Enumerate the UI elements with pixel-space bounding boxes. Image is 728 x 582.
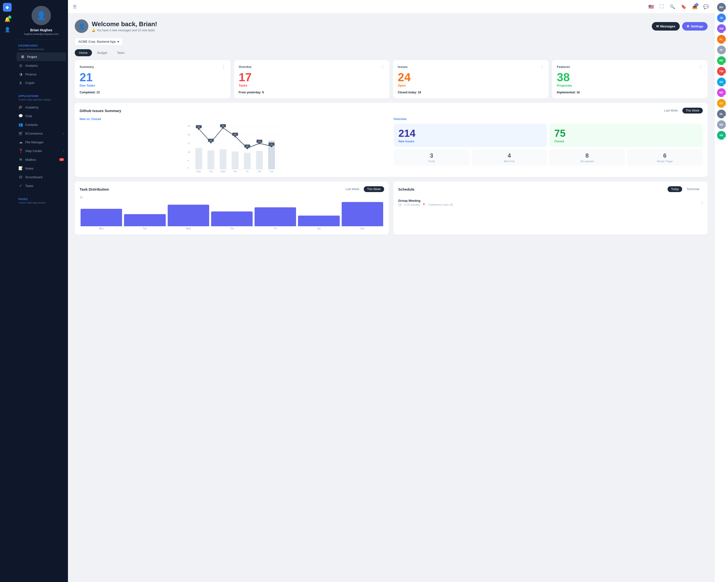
messages-button[interactable]: ✉ Messages (652, 22, 680, 31)
right-bar-avatar[interactable]: SG (717, 78, 726, 86)
mini-stat-reopened: 8 Re-opened (549, 149, 625, 166)
tab-team[interactable]: Team (112, 49, 129, 56)
task-last-week-button[interactable]: Last Week (342, 186, 363, 192)
card-header: Summary ⋮ (80, 64, 226, 69)
right-bar-avatar[interactable]: M (717, 46, 726, 54)
chat-icon: 💬 (19, 114, 23, 118)
schedule-card: Schedule Today Tomorrow Group Meeting 🕐 … (393, 182, 708, 235)
project-selector[interactable]: ACME Corp. Backend App ▾ (75, 38, 123, 45)
chat-icon[interactable]: 💬 (702, 3, 709, 10)
this-week-button[interactable]: This Week (682, 108, 703, 113)
sub-stat: Closed today: 19 (398, 91, 544, 94)
svg-text:27: 27 (188, 142, 190, 144)
github-title: Github Issues Summary (80, 109, 121, 113)
schedule-toggle: Today Tomorrow (668, 186, 703, 192)
bar (298, 216, 339, 226)
today-button[interactable]: Today (668, 186, 682, 192)
sidebar-item-academy[interactable]: 🎓 Academy (15, 103, 68, 112)
sidebar-item-helpcenter[interactable]: ❓ Help Center › (15, 146, 68, 155)
tab-home[interactable]: Home (75, 49, 92, 56)
svg-rect-17 (256, 151, 263, 169)
user-email: hughes.brian@company.com (24, 32, 58, 35)
line-bar-chart: 45 36 27 18 9 0 (80, 124, 389, 172)
bar (81, 209, 122, 226)
welcome-avatar: 👤 (75, 20, 88, 33)
sidebar-item-contacts[interactable]: 👥 Contacts (15, 120, 68, 129)
mailbox-icon: ✉ (19, 157, 23, 162)
sidebar-item-analytics[interactable]: ◎ Analytics (15, 61, 68, 70)
github-grid: New vs. Closed 45 36 27 18 9 0 (80, 117, 703, 172)
status-dot (724, 84, 726, 86)
stat-card-issues: Issues ⋮ 24 Open Closed today: 19 (393, 60, 549, 99)
app-logo[interactable]: ◆ (3, 3, 11, 11)
right-bar-avatar[interactable]: KL (717, 35, 726, 44)
bookmark-icon[interactable]: 🔖 (680, 3, 687, 10)
welcome-text: Welcome back, Brian! 🔔 You have 2 new me… (92, 20, 157, 32)
github-section-header: Github Issues Summary Last Week This Wee… (80, 108, 703, 113)
contacts-icon: 👥 (19, 122, 23, 127)
notification-icon[interactable]: 🔔 3 (3, 15, 12, 24)
closed-number: 75 (554, 128, 698, 139)
status-dot (724, 74, 726, 76)
welcome-row: 👤 Welcome back, Brian! 🔔 You have 2 new … (75, 20, 708, 33)
sidebar-item-filemanager[interactable]: ☁ File Manager (15, 138, 68, 146)
settings-icon: ⚙ (686, 25, 690, 28)
main-content: ☰ 🇺🇸 ⛶ 🔍 🔖 📥 5 💬 👤 Welcome back, Brian! … (68, 0, 714, 582)
location-icon: 📍 (422, 203, 426, 206)
sidebar-item-finance[interactable]: ◑ Finance (15, 70, 68, 79)
chevron-right-icon: › (63, 132, 64, 135)
card-header: Issues ⋮ (398, 64, 544, 69)
right-bar-avatar[interactable]: NP (717, 88, 726, 97)
ellipsis-icon[interactable]: ⋮ (699, 64, 703, 69)
sidebar-item-scrumboard[interactable]: ⊟ Scrumboard (15, 173, 68, 182)
sidebar-item-ecommerce[interactable]: 🛒 ECommerce › (15, 129, 68, 138)
tab-budget[interactable]: Budget (93, 49, 112, 56)
user-status-icon[interactable]: 👤 (3, 25, 12, 34)
right-bar-avatar[interactable]: DL (717, 110, 726, 118)
card-header: Features ⋮ (557, 64, 703, 69)
welcome-heading: Welcome back, Brian! (92, 20, 157, 28)
right-bar-avatar[interactable]: M2 (717, 120, 726, 129)
inbox-icon[interactable]: 📥 5 (691, 3, 698, 10)
search-icon[interactable]: 🔍 (669, 3, 676, 10)
right-bar-avatar[interactable]: JS (717, 13, 726, 22)
right-bar-avatar[interactable]: RP (717, 56, 726, 65)
menu-icon[interactable]: ☰ (73, 4, 77, 9)
mini-stat-wontfix: 4 Won't Fix (471, 149, 547, 166)
right-bar-avatar[interactable]: CF (717, 99, 726, 108)
flag-icon[interactable]: 🇺🇸 (647, 3, 655, 10)
stat-number: 24 (398, 72, 544, 83)
notification-badge: 3 (8, 16, 11, 19)
chevron-right-icon[interactable]: › (702, 200, 703, 205)
ellipsis-icon[interactable]: ⋮ (381, 64, 385, 69)
svg-rect-13 (207, 150, 214, 169)
right-bar-avatar[interactable]: BH (717, 3, 726, 11)
sidebar-item-crypto[interactable]: $ Crypto (15, 79, 68, 87)
status-dot (724, 106, 726, 107)
sidebar-item-mailbox[interactable]: ✉ Mailbox 27 (15, 155, 68, 164)
settings-button[interactable]: ⚙ Settings (682, 22, 708, 31)
chart-label: New vs. Closed (80, 117, 389, 121)
last-week-button[interactable]: Last Week (661, 108, 681, 113)
week-toggle: Last Week This Week (661, 108, 703, 113)
right-bar-avatar[interactable]: VK (717, 131, 726, 140)
status-dot (724, 116, 726, 118)
right-bar-avatar[interactable]: TW (717, 67, 726, 76)
ellipsis-icon[interactable]: ⋮ (222, 64, 226, 69)
sidebar-item-project[interactable]: ⊞ Project (17, 52, 66, 61)
status-dot (724, 20, 726, 22)
pages-sublabel: Custom made page designs (15, 201, 68, 206)
sidebar-item-tasks[interactable]: ✓ Tasks (15, 182, 68, 190)
bar-day-label: Wed (186, 227, 191, 230)
fullscreen-icon[interactable]: ⛶ (658, 3, 665, 10)
sidebar-item-chat[interactable]: 💬 Chat (15, 112, 68, 120)
svg-text:Mon: Mon (197, 170, 201, 172)
tomorrow-button[interactable]: Tomorrow (683, 186, 703, 192)
task-this-week-button[interactable]: This Week (364, 186, 384, 192)
analytics-icon: ◎ (19, 63, 23, 68)
sidebar-item-label: Notes (25, 167, 33, 170)
right-bar-avatar[interactable]: AM (717, 24, 726, 33)
ellipsis-icon[interactable]: ⋮ (540, 64, 544, 69)
tasks-icon: ✓ (19, 184, 23, 188)
sidebar-item-notes[interactable]: 📝 Notes (15, 164, 68, 173)
